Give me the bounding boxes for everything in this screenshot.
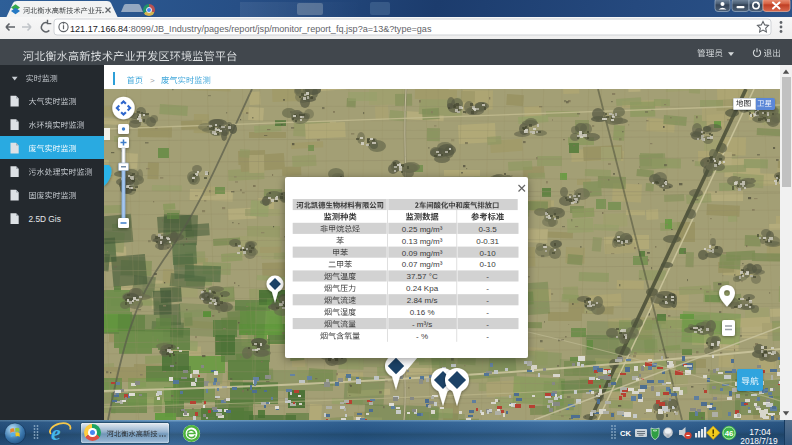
- svg-text:0-10: 0-10: [480, 260, 497, 269]
- svg-text:-: -: [486, 332, 489, 341]
- svg-text:0.13 mg/m³: 0.13 mg/m³: [402, 237, 443, 246]
- svg-text:0.25 mg/m³: 0.25 mg/m³: [402, 225, 443, 234]
- svg-text:0.16 %: 0.16 %: [410, 308, 435, 317]
- svg-text:0-10: 0-10: [480, 249, 497, 258]
- svg-text:-: -: [486, 272, 489, 281]
- svg-text:0.07 mg/m³: 0.07 mg/m³: [402, 260, 443, 269]
- svg-text:-: -: [486, 308, 489, 317]
- svg-text:0-3.5: 0-3.5: [478, 225, 497, 234]
- svg-text:-: -: [486, 284, 489, 293]
- svg-text:37.57 °C: 37.57 °C: [406, 272, 437, 281]
- svg-text:- %: - %: [416, 332, 428, 341]
- svg-text:-: -: [486, 296, 489, 305]
- svg-text:0-0.31: 0-0.31: [476, 237, 499, 246]
- svg-text:- m³/s: - m³/s: [412, 320, 432, 329]
- svg-text:0.24 Kpa: 0.24 Kpa: [406, 284, 439, 293]
- svg-text:2.84 m/s: 2.84 m/s: [407, 296, 438, 305]
- svg-text:-: -: [486, 320, 489, 329]
- svg-text:0.09 mg/m³: 0.09 mg/m³: [402, 249, 443, 258]
